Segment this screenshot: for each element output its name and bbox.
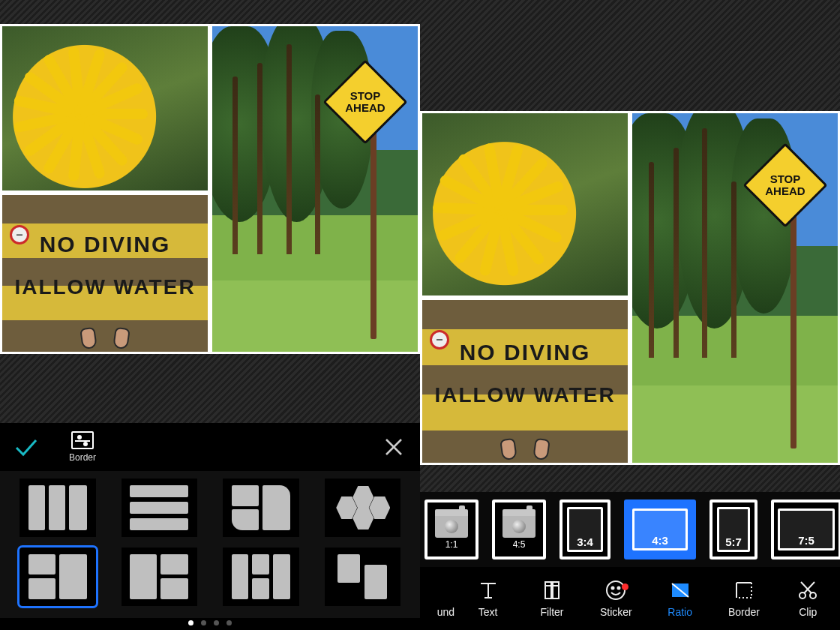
sign-text-line2: IALLOW WATER xyxy=(422,383,628,407)
ratio-options-row[interactable]: 1:1 4:5 3:4 4:3 5:7 7:5 xyxy=(420,492,840,567)
tool-label: Sticker xyxy=(600,606,632,618)
sign-text-line1: NO DIVING xyxy=(2,232,208,257)
photo-park-sign[interactable]: STOPAHEAD xyxy=(210,24,420,354)
layout-option-8[interactable] xyxy=(325,548,401,606)
tool-label: Text xyxy=(478,606,498,618)
svg-rect-6 xyxy=(553,582,559,598)
tool-filter[interactable]: Filter xyxy=(520,579,584,618)
svg-point-11 xyxy=(618,587,620,590)
ratio-option-3-4[interactable]: 3:4 xyxy=(560,500,610,560)
right-bottom-toolbar: und Text Filter Sticker xyxy=(420,567,840,630)
left-pane: NO DIVING IALLOW WATER xyxy=(0,0,420,630)
right-top-texture xyxy=(420,0,840,111)
layout-option-7[interactable] xyxy=(223,548,299,606)
square-icon xyxy=(430,579,454,602)
tool-label: Filter xyxy=(540,606,563,618)
border-icon xyxy=(732,579,756,602)
right-mid-texture xyxy=(420,465,840,492)
right-collage-canvas[interactable]: NO DIVING IALLOW WATER xyxy=(420,111,840,465)
ratio-option-7-5[interactable]: 7:5 xyxy=(771,500,840,560)
border-tool-label: Border xyxy=(69,452,96,463)
layout-option-6[interactable] xyxy=(122,548,198,606)
smiley-icon xyxy=(604,579,628,602)
left-mid-texture xyxy=(0,354,420,423)
layout-grid xyxy=(0,471,420,618)
pager-dot[interactable] xyxy=(226,620,232,626)
photo-park-sign[interactable]: STOPAHEAD xyxy=(630,111,840,465)
ratio-option-1-1[interactable]: 1:1 xyxy=(424,500,478,560)
border-sliders-icon xyxy=(71,431,94,449)
confirm-button[interactable] xyxy=(0,423,52,471)
tool-sticker[interactable]: Sticker xyxy=(584,579,648,618)
photo-no-diving[interactable]: NO DIVING IALLOW WATER xyxy=(420,298,630,465)
svg-rect-5 xyxy=(545,582,551,598)
pager-dot[interactable] xyxy=(214,620,219,626)
photo-sunflower[interactable] xyxy=(0,24,210,193)
layout-option-2[interactable] xyxy=(122,478,198,537)
tool-label: Border xyxy=(728,606,760,618)
sign-text-line2: IALLOW WATER xyxy=(2,275,208,299)
ratio-option-4-3[interactable]: 4:3 xyxy=(624,500,696,560)
tool-ratio[interactable]: Ratio xyxy=(648,579,712,618)
layout-pager[interactable] xyxy=(0,618,420,627)
cancel-button[interactable] xyxy=(368,423,420,471)
scissors-icon xyxy=(796,579,820,602)
tool-label: Clip xyxy=(799,606,817,618)
svg-point-10 xyxy=(612,587,614,590)
tool-label: Ratio xyxy=(668,606,692,618)
left-top-texture xyxy=(0,0,420,24)
ratio-option-5-7[interactable]: 5:7 xyxy=(710,500,758,560)
ratio-icon xyxy=(668,579,692,602)
filter-icon xyxy=(540,579,564,602)
tool-border[interactable]: Border xyxy=(712,579,776,618)
left-edit-toolbar: Border xyxy=(0,423,420,471)
layout-option-1[interactable] xyxy=(20,478,96,537)
border-tool-button[interactable]: Border xyxy=(52,431,112,463)
tool-label: und xyxy=(437,606,454,618)
left-collage-canvas[interactable]: NO DIVING IALLOW WATER xyxy=(0,24,420,354)
photo-sunflower[interactable] xyxy=(420,111,630,298)
layout-option-5[interactable] xyxy=(20,548,96,606)
tool-clip[interactable]: Clip xyxy=(776,579,840,618)
sign-text-line1: NO DIVING xyxy=(422,340,628,365)
notification-dot-icon xyxy=(622,584,628,590)
photo-no-diving[interactable]: NO DIVING IALLOW WATER xyxy=(0,193,210,354)
pager-dot[interactable] xyxy=(188,620,194,626)
layout-option-3[interactable] xyxy=(223,478,299,537)
text-icon xyxy=(476,579,500,602)
ratio-option-4-5[interactable]: 4:5 xyxy=(492,500,546,560)
layout-option-4[interactable] xyxy=(325,478,401,537)
tool-text[interactable]: Text xyxy=(456,579,520,618)
pager-dot[interactable] xyxy=(201,620,206,626)
tool-background[interactable]: und xyxy=(420,579,456,618)
right-pane: NO DIVING IALLOW WATER xyxy=(420,0,840,630)
